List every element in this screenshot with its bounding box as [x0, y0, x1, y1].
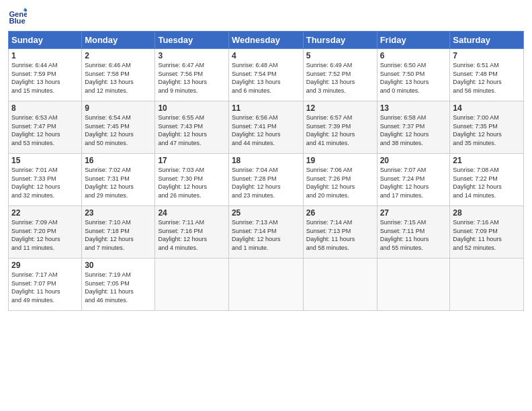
col-header-saturday: Saturday [450, 32, 524, 49]
day-number: 2 [85, 51, 152, 60]
day-info: Sunrise: 6:57 AM Sunset: 7:39 PM Dayligh… [306, 113, 374, 147]
day-number: 16 [85, 156, 152, 165]
col-header-tuesday: Tuesday [155, 32, 228, 49]
day-info: Sunrise: 6:55 AM Sunset: 7:43 PM Dayligh… [158, 113, 225, 147]
day-number: 26 [306, 208, 374, 218]
day-info: Sunrise: 7:16 AM Sunset: 7:09 PM Dayligh… [453, 218, 521, 252]
day-number: 4 [232, 51, 300, 60]
day-number: 28 [453, 208, 521, 218]
column-headers: SundayMondayTuesdayWednesdayThursdayFrid… [9, 32, 524, 49]
day-cell: 10Sunrise: 6:55 AM Sunset: 7:43 PM Dayli… [155, 101, 228, 154]
day-cell [228, 259, 303, 311]
day-info: Sunrise: 6:51 AM Sunset: 7:48 PM Dayligh… [453, 61, 521, 95]
day-number: 18 [232, 156, 300, 165]
day-number: 29 [11, 261, 79, 270]
day-info: Sunrise: 7:07 AM Sunset: 7:24 PM Dayligh… [380, 166, 447, 199]
day-cell [450, 259, 524, 311]
day-info: Sunrise: 6:56 AM Sunset: 7:41 PM Dayligh… [232, 113, 300, 147]
header: General Blue [8, 7, 524, 26]
day-info: Sunrise: 7:02 AM Sunset: 7:31 PM Dayligh… [85, 166, 152, 199]
day-number: 7 [453, 51, 521, 60]
day-cell: 27Sunrise: 7:15 AM Sunset: 7:11 PM Dayli… [377, 206, 450, 259]
week-row-4: 22Sunrise: 7:09 AM Sunset: 7:20 PM Dayli… [9, 206, 524, 259]
day-cell [303, 259, 377, 311]
day-info: Sunrise: 7:06 AM Sunset: 7:26 PM Dayligh… [306, 166, 374, 199]
day-info: Sunrise: 7:08 AM Sunset: 7:22 PM Dayligh… [453, 166, 521, 199]
day-info: Sunrise: 6:58 AM Sunset: 7:37 PM Dayligh… [380, 113, 447, 147]
logo: General Blue [8, 7, 29, 26]
day-cell: 17Sunrise: 7:03 AM Sunset: 7:30 PM Dayli… [155, 154, 228, 206]
day-info: Sunrise: 7:10 AM Sunset: 7:18 PM Dayligh… [85, 218, 152, 252]
day-number: 10 [158, 103, 225, 113]
day-cell: 6Sunrise: 6:50 AM Sunset: 7:50 PM Daylig… [377, 49, 450, 101]
day-info: Sunrise: 7:11 AM Sunset: 7:16 PM Dayligh… [158, 218, 225, 252]
day-cell: 30Sunrise: 7:19 AM Sunset: 7:05 PM Dayli… [82, 259, 155, 311]
day-number: 23 [85, 208, 152, 218]
day-info: Sunrise: 7:15 AM Sunset: 7:11 PM Dayligh… [380, 218, 447, 252]
day-number: 12 [306, 103, 374, 113]
week-row-1: 1Sunrise: 6:44 AM Sunset: 7:59 PM Daylig… [9, 49, 524, 101]
day-number: 30 [85, 261, 152, 270]
day-cell: 5Sunrise: 6:49 AM Sunset: 7:52 PM Daylig… [303, 49, 377, 101]
day-cell: 1Sunrise: 6:44 AM Sunset: 7:59 PM Daylig… [9, 49, 82, 101]
day-cell [377, 259, 450, 311]
day-number: 21 [453, 156, 521, 165]
day-number: 11 [232, 103, 300, 113]
calendar-table: SundayMondayTuesdayWednesdayThursdayFrid… [8, 31, 524, 311]
week-row-2: 8Sunrise: 6:53 AM Sunset: 7:47 PM Daylig… [9, 101, 524, 154]
day-number: 17 [158, 156, 225, 165]
day-number: 22 [11, 208, 79, 218]
col-header-wednesday: Wednesday [228, 32, 303, 49]
logo-icon: General Blue [8, 7, 27, 26]
day-cell: 22Sunrise: 7:09 AM Sunset: 7:20 PM Dayli… [9, 206, 82, 259]
week-row-5: 29Sunrise: 7:17 AM Sunset: 7:07 PM Dayli… [9, 259, 524, 311]
day-number: 25 [232, 208, 300, 218]
day-cell: 8Sunrise: 6:53 AM Sunset: 7:47 PM Daylig… [9, 101, 82, 154]
day-number: 5 [306, 51, 374, 60]
day-info: Sunrise: 7:14 AM Sunset: 7:13 PM Dayligh… [306, 218, 374, 252]
day-cell: 26Sunrise: 7:14 AM Sunset: 7:13 PM Dayli… [303, 206, 377, 259]
day-info: Sunrise: 6:54 AM Sunset: 7:45 PM Dayligh… [85, 113, 152, 147]
day-cell: 11Sunrise: 6:56 AM Sunset: 7:41 PM Dayli… [228, 101, 303, 154]
day-number: 15 [11, 156, 79, 165]
day-cell: 19Sunrise: 7:06 AM Sunset: 7:26 PM Dayli… [303, 154, 377, 206]
day-cell: 21Sunrise: 7:08 AM Sunset: 7:22 PM Dayli… [450, 154, 524, 206]
day-cell: 7Sunrise: 6:51 AM Sunset: 7:48 PM Daylig… [450, 49, 524, 101]
day-cell: 18Sunrise: 7:04 AM Sunset: 7:28 PM Dayli… [228, 154, 303, 206]
day-cell: 24Sunrise: 7:11 AM Sunset: 7:16 PM Dayli… [155, 206, 228, 259]
day-cell: 13Sunrise: 6:58 AM Sunset: 7:37 PM Dayli… [377, 101, 450, 154]
day-number: 6 [380, 51, 447, 60]
day-info: Sunrise: 7:03 AM Sunset: 7:30 PM Dayligh… [158, 166, 225, 199]
day-cell: 3Sunrise: 6:47 AM Sunset: 7:56 PM Daylig… [155, 49, 228, 101]
day-cell: 9Sunrise: 6:54 AM Sunset: 7:45 PM Daylig… [82, 101, 155, 154]
day-info: Sunrise: 6:53 AM Sunset: 7:47 PM Dayligh… [11, 113, 79, 147]
col-header-friday: Friday [377, 32, 450, 49]
day-cell: 20Sunrise: 7:07 AM Sunset: 7:24 PM Dayli… [377, 154, 450, 206]
day-cell: 29Sunrise: 7:17 AM Sunset: 7:07 PM Dayli… [9, 259, 82, 311]
day-info: Sunrise: 6:46 AM Sunset: 7:58 PM Dayligh… [85, 61, 152, 95]
day-info: Sunrise: 7:00 AM Sunset: 7:35 PM Dayligh… [453, 113, 521, 147]
day-number: 1 [11, 51, 79, 60]
day-info: Sunrise: 7:19 AM Sunset: 7:05 PM Dayligh… [85, 271, 152, 304]
day-info: Sunrise: 6:47 AM Sunset: 7:56 PM Dayligh… [158, 61, 225, 95]
day-cell: 2Sunrise: 6:46 AM Sunset: 7:58 PM Daylig… [82, 49, 155, 101]
svg-text:Blue: Blue [9, 17, 25, 25]
day-cell: 16Sunrise: 7:02 AM Sunset: 7:31 PM Dayli… [82, 154, 155, 206]
day-number: 9 [85, 103, 152, 113]
day-number: 13 [380, 103, 447, 113]
day-info: Sunrise: 6:50 AM Sunset: 7:50 PM Dayligh… [380, 61, 447, 95]
day-cell: 23Sunrise: 7:10 AM Sunset: 7:18 PM Dayli… [82, 206, 155, 259]
day-info: Sunrise: 7:09 AM Sunset: 7:20 PM Dayligh… [11, 218, 79, 252]
calendar-container: General Blue SundayMondayTuesdayWednesda… [0, 0, 532, 411]
day-cell: 15Sunrise: 7:01 AM Sunset: 7:33 PM Dayli… [9, 154, 82, 206]
day-number: 27 [380, 208, 447, 218]
day-number: 8 [11, 103, 79, 113]
col-header-sunday: Sunday [9, 32, 82, 49]
day-number: 3 [158, 51, 225, 60]
day-number: 24 [158, 208, 225, 218]
day-cell: 14Sunrise: 7:00 AM Sunset: 7:35 PM Dayli… [450, 101, 524, 154]
day-info: Sunrise: 7:01 AM Sunset: 7:33 PM Dayligh… [11, 166, 79, 199]
day-number: 14 [453, 103, 521, 113]
day-cell [155, 259, 228, 311]
col-header-thursday: Thursday [303, 32, 377, 49]
